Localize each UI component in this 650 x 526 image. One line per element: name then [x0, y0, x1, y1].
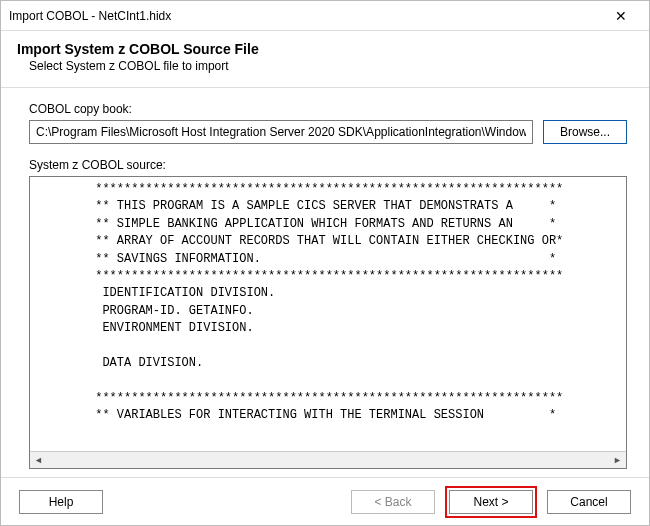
copybook-row: Browse... — [29, 120, 627, 144]
wizard-header: Import System z COBOL Source File Select… — [1, 31, 649, 88]
horizontal-scrollbar[interactable]: ◄ ► — [30, 451, 626, 468]
window-title: Import COBOL - NetCInt1.hidx — [9, 9, 601, 23]
page-title: Import System z COBOL Source File — [17, 41, 633, 57]
content-area: COBOL copy book: Browse... System z COBO… — [1, 88, 649, 477]
back-button[interactable]: < Back — [351, 490, 435, 514]
page-subtitle: Select System z COBOL file to import — [17, 59, 633, 73]
titlebar: Import COBOL - NetCInt1.hidx ✕ — [1, 1, 649, 31]
scroll-left-icon[interactable]: ◄ — [30, 452, 47, 469]
wizard-button-bar: Help < Back Next > Cancel — [1, 477, 649, 525]
source-textarea[interactable]: ****************************************… — [29, 176, 627, 469]
browse-button[interactable]: Browse... — [543, 120, 627, 144]
scroll-right-icon[interactable]: ► — [609, 452, 626, 469]
copybook-path-input[interactable] — [29, 120, 533, 144]
source-content: ****************************************… — [30, 177, 626, 451]
highlight-frame: Next > — [445, 486, 537, 518]
next-button[interactable]: Next > — [449, 490, 533, 514]
cancel-button[interactable]: Cancel — [547, 490, 631, 514]
source-label: System z COBOL source: — [29, 158, 627, 172]
help-button[interactable]: Help — [19, 490, 103, 514]
close-button[interactable]: ✕ — [601, 2, 641, 30]
copybook-label: COBOL copy book: — [29, 102, 627, 116]
import-cobol-dialog: Import COBOL - NetCInt1.hidx ✕ Import Sy… — [0, 0, 650, 526]
close-icon: ✕ — [615, 8, 627, 24]
